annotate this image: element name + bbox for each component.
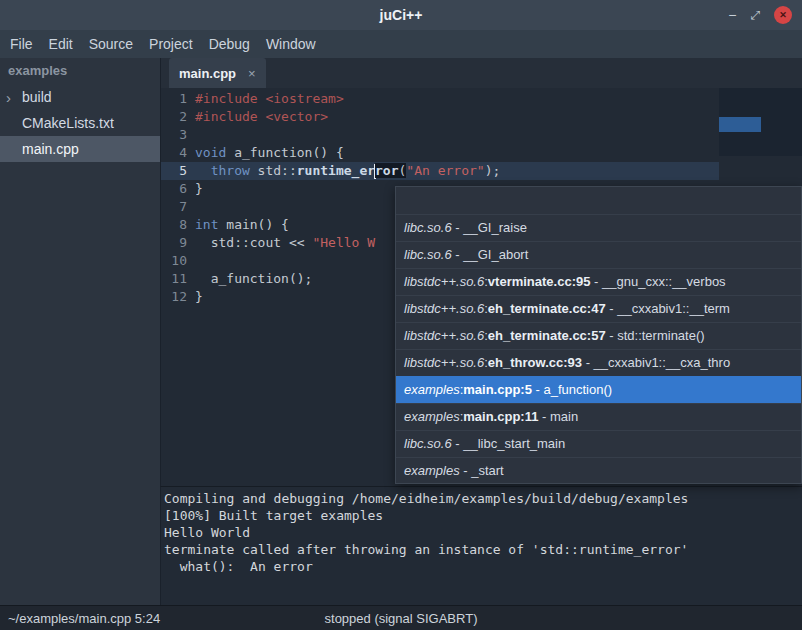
code-token: #include <iostream> bbox=[195, 91, 344, 106]
code-token: void bbox=[195, 145, 226, 160]
stack-trace-popup: libc.so.6 - __GI_raiselibc.so.6 - __GI_a… bbox=[395, 186, 802, 484]
tree-item-build[interactable]: ›build bbox=[0, 84, 160, 110]
file-location: eh_terminate.cc:57 bbox=[488, 328, 606, 343]
menu-item-edit[interactable]: Edit bbox=[49, 36, 73, 52]
code-text: #include <vector> bbox=[187, 108, 328, 126]
output-panel[interactable]: Compiling and debugging /home/eidheim/ex… bbox=[160, 486, 802, 605]
tree-item-label: build bbox=[22, 89, 52, 105]
file-location: eh_throw.cc:93 bbox=[488, 355, 582, 370]
function-name: _start bbox=[471, 463, 504, 478]
line-number: 3 bbox=[161, 126, 187, 144]
function-name: __gnu_cxx::__verbos bbox=[602, 274, 726, 289]
code-text: throw std::runtime_error("An error"); bbox=[187, 162, 500, 180]
stack-frame[interactable]: libc.so.6 - __GI_abort bbox=[396, 241, 801, 268]
module-name: libstdc++.so.6 bbox=[404, 301, 484, 316]
code-text: } bbox=[187, 288, 203, 306]
tab-label: main.cpp bbox=[179, 66, 236, 81]
code-line: 4void a_function() { bbox=[161, 144, 802, 162]
function-name: __cxxabiv1::__cxa_thro bbox=[594, 355, 731, 370]
sidebar: examples ›buildCMakeLists.txtmain.cpp bbox=[0, 58, 160, 605]
maximize-button[interactable]: ⤢ bbox=[750, 9, 760, 21]
tree-item-cmakelists-txt[interactable]: CMakeLists.txt bbox=[0, 110, 160, 136]
stack-frame[interactable]: libstdc++.so.6:eh_terminate.cc:47 - __cx… bbox=[396, 295, 801, 322]
line-number: 12 bbox=[161, 288, 187, 306]
statusbar: stopped (signal SIGABRT) ~/examples/main… bbox=[0, 605, 802, 630]
file-location: eh_terminate.cc:47 bbox=[488, 301, 606, 316]
stack-frame[interactable]: libstdc++.so.6:eh_terminate.cc:57 - std:… bbox=[396, 322, 801, 349]
close-button[interactable]: ✕ bbox=[774, 6, 792, 24]
code-token bbox=[195, 163, 211, 178]
code-text bbox=[187, 198, 195, 216]
function-name: __libc_start_main bbox=[463, 436, 565, 451]
stack-frame[interactable]: libc.so.6 - __GI_raise bbox=[396, 214, 801, 241]
menu-item-debug[interactable]: Debug bbox=[209, 36, 250, 52]
tree-item-main-cpp[interactable]: main.cpp bbox=[0, 136, 160, 162]
menu-item-window[interactable]: Window bbox=[266, 36, 316, 52]
chevron-right-icon: › bbox=[0, 90, 22, 105]
code-token: std:: bbox=[250, 163, 297, 178]
code-token: ); bbox=[485, 163, 501, 178]
module-name: libc.so.6 bbox=[404, 247, 452, 262]
window-title: juCi++ bbox=[380, 7, 423, 23]
line-number: 4 bbox=[161, 144, 187, 162]
function-name: a_function() bbox=[543, 382, 612, 397]
code-token: throw bbox=[211, 163, 250, 178]
code-token: "Hello W bbox=[312, 235, 375, 250]
code-token: std::cout << bbox=[195, 235, 312, 250]
code-token: } bbox=[195, 289, 203, 304]
stack-frame[interactable]: examples:main.cpp:5 - a_function() bbox=[396, 376, 801, 403]
completion-popup-fragment bbox=[719, 88, 802, 156]
code-token: #include <vector> bbox=[195, 109, 328, 124]
stack-frame[interactable]: libstdc++.so.6:vterminate.cc:95 - __gnu_… bbox=[396, 268, 801, 295]
stack-frame[interactable]: examples - _start bbox=[396, 457, 801, 484]
line-number: 6 bbox=[161, 180, 187, 198]
tab-close-icon[interactable]: × bbox=[248, 66, 256, 81]
function-name: main bbox=[550, 409, 578, 424]
window-controls: − ⤢ ✕ bbox=[728, 0, 792, 30]
function-name: __GI_raise bbox=[463, 220, 527, 235]
module-name: libstdc++.so.6 bbox=[404, 328, 484, 343]
file-tree: ›buildCMakeLists.txtmain.cpp bbox=[0, 84, 160, 162]
code-text: void a_function() { bbox=[187, 144, 344, 162]
tabbar: main.cpp × bbox=[161, 58, 802, 88]
code-token: ror bbox=[375, 163, 398, 178]
module-name: libc.so.6 bbox=[404, 220, 452, 235]
stack-frame[interactable]: libstdc++.so.6:eh_throw.cc:93 - __cxxabi… bbox=[396, 349, 801, 376]
module-name: examples bbox=[404, 463, 460, 478]
project-header: examples bbox=[0, 58, 160, 84]
tree-item-label: main.cpp bbox=[22, 141, 79, 157]
module-name: libstdc++.so.6 bbox=[404, 355, 484, 370]
file-location: vterminate.cc:95 bbox=[488, 274, 591, 289]
stack-frame[interactable]: examples:main.cpp:11 - main bbox=[396, 403, 801, 430]
code-token: a_function() { bbox=[226, 145, 343, 160]
titlebar: juCi++ − ⤢ ✕ bbox=[0, 0, 802, 30]
tab-main-cpp[interactable]: main.cpp × bbox=[169, 58, 266, 88]
line-number: 1 bbox=[161, 90, 187, 108]
code-text: } bbox=[187, 180, 203, 198]
code-text bbox=[187, 126, 195, 144]
code-token: runtime_er bbox=[297, 163, 375, 178]
stack-frame[interactable]: libc.so.6 - __libc_start_main bbox=[396, 430, 801, 457]
code-token: "An error" bbox=[406, 163, 484, 178]
menu-item-project[interactable]: Project bbox=[149, 36, 193, 52]
menubar: FileEditSourceProjectDebugWindow bbox=[0, 30, 802, 58]
output-text: Compiling and debugging /home/eidheim/ex… bbox=[161, 487, 802, 575]
code-token: a_function(); bbox=[195, 271, 312, 286]
file-location: main.cpp:5 bbox=[463, 382, 532, 397]
menu-item-file[interactable]: File bbox=[10, 36, 33, 52]
menu-item-source[interactable]: Source bbox=[89, 36, 133, 52]
tree-item-label: CMakeLists.txt bbox=[22, 115, 114, 131]
juci-window: juCi++ − ⤢ ✕ FileEditSourceProjectDebugW… bbox=[0, 0, 802, 630]
code-text: #include <iostream> bbox=[187, 90, 344, 108]
function-name: __GI_abort bbox=[463, 247, 528, 262]
module-name: examples bbox=[404, 409, 460, 424]
code-line: 2#include <vector> bbox=[161, 108, 802, 126]
file-position: ~/examples/main.cpp 5:24 bbox=[0, 611, 160, 626]
stack-trace-list: libc.so.6 - __GI_raiselibc.so.6 - __GI_a… bbox=[396, 214, 801, 484]
code-line: 1#include <iostream> bbox=[161, 90, 802, 108]
minimize-button[interactable]: − bbox=[728, 8, 736, 22]
line-number: 5 bbox=[161, 162, 187, 180]
module-name: libc.so.6 bbox=[404, 436, 452, 451]
code-text: int main() { bbox=[187, 216, 289, 234]
code-token: main() { bbox=[218, 217, 288, 232]
